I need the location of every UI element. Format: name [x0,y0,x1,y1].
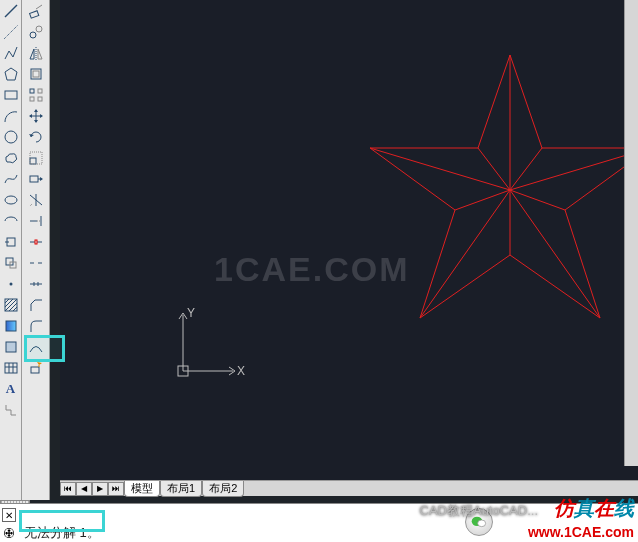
svg-point-25 [36,26,42,32]
scrollbar-vertical[interactable] [624,0,638,466]
svg-rect-32 [38,89,42,93]
region-icon[interactable] [1,337,21,357]
svg-marker-39 [29,114,32,118]
svg-line-74 [478,148,510,190]
watermark-chat-text: CAD教程AutoCAD... [420,502,538,520]
bottom-tab-bar: ⏮ ◀ ▶ ⏭ 模型 布局1 布局2 [60,480,638,496]
svg-line-72 [455,190,510,210]
fillet-icon[interactable] [26,316,46,336]
watermark-brand: 仿真在线 [554,495,634,522]
tab-layout2[interactable]: 布局2 [202,481,244,497]
svg-line-12 [5,299,9,303]
svg-rect-19 [5,363,17,373]
command-close-icon[interactable]: ✕ [2,508,16,522]
svg-rect-18 [6,342,16,352]
svg-marker-2 [5,68,17,80]
svg-rect-44 [30,176,38,182]
drawing-area[interactable]: X Y [60,0,638,480]
table-icon[interactable] [1,358,21,378]
svg-rect-77 [178,366,188,376]
tab-nav-next[interactable]: ▶ [92,482,108,496]
svg-point-10 [9,283,12,286]
svg-marker-38 [34,120,38,123]
insert-block-icon[interactable] [1,232,21,252]
mirror-icon[interactable] [26,43,46,63]
make-block-icon[interactable] [1,253,21,273]
svg-line-16 [13,307,17,311]
tab-nav-first[interactable]: ⏮ [60,482,76,496]
svg-line-0 [5,5,17,17]
svg-rect-34 [38,97,42,101]
explode-highlight [24,335,65,362]
modify-toolbar [22,0,50,500]
svg-text:X: X [237,364,245,378]
svg-marker-64 [370,55,638,318]
svg-rect-55 [35,240,37,244]
tab-model[interactable]: 模型 [124,481,160,497]
svg-point-4 [5,131,17,143]
command-lock-icon[interactable]: 🕀 [2,526,16,540]
ellipse-arc-icon[interactable] [1,211,21,231]
star-drawing [360,50,638,330]
svg-point-81 [478,520,486,527]
trim-icon[interactable] [26,190,46,210]
svg-line-13 [5,299,13,307]
svg-line-15 [9,303,17,311]
watermark-url: www.1CAE.com [528,524,634,540]
ellipse-icon[interactable] [1,190,21,210]
rectangle-icon[interactable] [1,85,21,105]
rotate-icon[interactable] [26,127,46,147]
chamfer-icon[interactable] [26,295,46,315]
copy-icon[interactable] [26,22,46,42]
svg-rect-17 [6,321,16,331]
line-icon[interactable] [1,1,21,21]
polygon-icon[interactable] [1,64,21,84]
svg-line-68 [510,190,565,210]
tab-layout1[interactable]: 布局1 [160,481,202,497]
svg-text:Y: Y [187,306,195,320]
tab-nav-prev[interactable]: ◀ [76,482,92,496]
svg-point-24 [30,32,36,38]
svg-line-1 [4,25,18,39]
svg-line-66 [510,148,542,190]
svg-line-71 [420,190,510,318]
gradient-icon[interactable] [1,316,21,336]
revcloud-icon[interactable] [1,148,21,168]
svg-line-73 [370,148,510,190]
svg-rect-31 [30,89,34,93]
svg-marker-62 [37,362,42,365]
svg-rect-23 [29,11,38,18]
break-icon[interactable] [26,253,46,273]
array-icon[interactable] [26,85,46,105]
ucs-icon: X Y [175,303,255,383]
svg-marker-46 [40,177,43,181]
move-icon[interactable] [26,106,46,126]
join-icon[interactable] [26,274,46,294]
arc-icon[interactable] [1,106,21,126]
offset-icon[interactable] [26,64,46,84]
svg-rect-30 [33,71,39,77]
scale-icon[interactable] [26,148,46,168]
svg-rect-42 [30,158,36,164]
svg-marker-26 [30,49,34,59]
point-icon[interactable] [1,274,21,294]
svg-line-67 [510,148,638,190]
polyline-icon[interactable] [1,43,21,63]
stretch-icon[interactable] [26,169,46,189]
add-selected-icon[interactable] [1,400,21,420]
svg-point-5 [5,196,17,204]
spline-icon[interactable] [1,169,21,189]
text-icon[interactable]: A [1,379,21,399]
circle-icon[interactable] [1,127,21,147]
svg-rect-3 [5,91,17,99]
tab-nav-last[interactable]: ⏭ [108,482,124,496]
svg-marker-40 [40,114,43,118]
construction-line-icon[interactable] [1,22,21,42]
svg-marker-27 [38,49,42,59]
svg-line-69 [510,190,600,318]
extend-icon[interactable] [26,211,46,231]
hatch-icon[interactable] [1,295,21,315]
erase-icon[interactable] [26,1,46,21]
break-at-point-icon[interactable] [26,232,46,252]
svg-rect-61 [31,367,39,373]
